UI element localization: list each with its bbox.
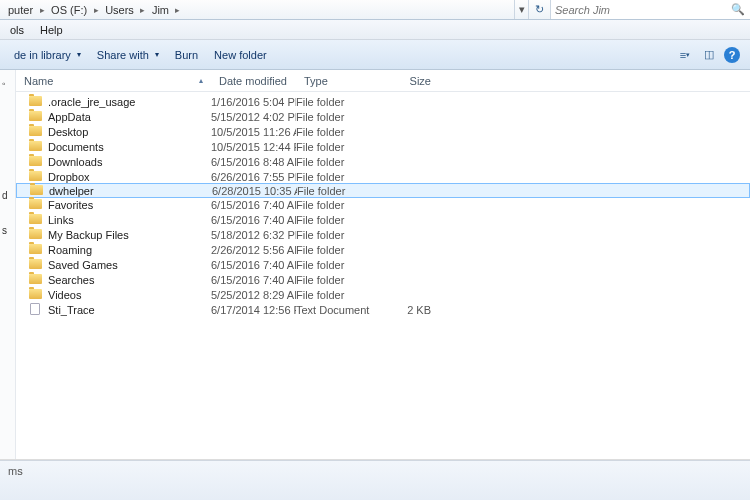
document-icon <box>30 303 40 315</box>
menu-help[interactable]: Help <box>32 22 71 38</box>
file-row[interactable]: Links6/15/2016 7:40 AMFile folder <box>16 212 750 227</box>
file-row[interactable]: Sti_Trace6/17/2014 12:56 PMText Document… <box>16 302 750 317</box>
share-with-button[interactable]: Share with <box>89 46 167 64</box>
chevron-right-icon[interactable]: ▸ <box>173 5 183 15</box>
file-date: 6/17/2014 12:56 PM <box>211 304 296 316</box>
file-date: 2/26/2012 5:56 AM <box>211 244 296 256</box>
file-type: File folder <box>296 214 381 226</box>
folder-icon <box>29 229 42 239</box>
toolbar: de in library Share with Burn New folder… <box>0 40 750 70</box>
breadcrumb[interactable]: puter ▸ OS (F:) ▸ Users ▸ Jim ▸ <box>0 0 514 19</box>
file-date: 6/15/2016 7:40 AM <box>211 199 296 211</box>
file-row[interactable]: dwhelper6/28/2015 10:35 A...File folder <box>16 183 750 198</box>
file-row[interactable]: AppData5/15/2012 4:02 PMFile folder <box>16 109 750 124</box>
refresh-button[interactable]: ↻ <box>528 0 550 19</box>
status-text: ms <box>8 465 23 477</box>
file-name: Sti_Trace <box>44 304 211 316</box>
file-name: My Backup Files <box>44 229 211 241</box>
file-type: File folder <box>296 171 381 183</box>
file-date: 10/5/2015 12:44 PM <box>211 141 296 153</box>
file-date: 6/26/2016 7:55 PM <box>211 171 296 183</box>
burn-button[interactable]: Burn <box>167 46 206 64</box>
view-options-button[interactable]: ≡▾ <box>676 46 694 64</box>
file-name: Saved Games <box>44 259 211 271</box>
file-size: 2 KB <box>381 304 441 316</box>
file-date: 5/15/2012 4:02 PM <box>211 111 296 123</box>
column-type[interactable]: Type <box>296 75 381 87</box>
file-row[interactable]: My Backup Files5/18/2012 6:32 PMFile fol… <box>16 227 750 242</box>
column-headers: Name▴ Date modified Type Size <box>16 70 750 92</box>
navigation-pane[interactable]: ◦ d s <box>0 70 16 459</box>
file-type: Text Document <box>296 304 381 316</box>
folder-icon <box>29 199 42 209</box>
file-name: .oracle_jre_usage <box>44 96 211 108</box>
file-type: File folder <box>296 199 381 211</box>
file-date: 6/15/2016 7:40 AM <box>211 259 296 271</box>
folder-icon <box>29 141 42 151</box>
file-list: Name▴ Date modified Type Size .oracle_jr… <box>16 70 750 459</box>
column-size[interactable]: Size <box>381 75 441 87</box>
file-row[interactable]: .oracle_jre_usage1/16/2016 5:04 PMFile f… <box>16 94 750 109</box>
file-date: 1/16/2016 5:04 PM <box>211 96 296 108</box>
file-type: File folder <box>296 289 381 301</box>
file-name: dwhelper <box>45 185 212 197</box>
folder-icon <box>29 171 42 181</box>
file-type: File folder <box>297 185 382 197</box>
file-type: File folder <box>296 274 381 286</box>
folder-icon <box>29 274 42 284</box>
menu-tools[interactable]: ols <box>2 22 32 38</box>
chevron-right-icon[interactable]: ▸ <box>91 5 101 15</box>
file-row[interactable]: Roaming2/26/2012 5:56 AMFile folder <box>16 242 750 257</box>
address-dropdown[interactable]: ▾ <box>514 0 528 19</box>
folder-icon <box>29 244 42 254</box>
file-type: File folder <box>296 259 381 271</box>
folder-icon <box>29 259 42 269</box>
preview-pane-button[interactable]: ◫ <box>700 46 718 64</box>
file-date: 6/15/2016 7:40 AM <box>211 274 296 286</box>
column-date[interactable]: Date modified <box>211 75 296 87</box>
new-folder-button[interactable]: New folder <box>206 46 275 64</box>
file-row[interactable]: Videos5/25/2012 8:29 AMFile folder <box>16 287 750 302</box>
folder-icon <box>29 289 42 299</box>
folder-icon <box>29 214 42 224</box>
file-type: File folder <box>296 141 381 153</box>
chevron-right-icon[interactable]: ▸ <box>138 5 148 15</box>
file-row[interactable]: Favorites6/15/2016 7:40 AMFile folder <box>16 197 750 212</box>
search-input[interactable] <box>555 4 730 16</box>
file-date: 5/25/2012 8:29 AM <box>211 289 296 301</box>
file-name: AppData <box>44 111 211 123</box>
crumb-jim[interactable]: Jim <box>148 4 173 16</box>
file-row[interactable]: Dropbox6/26/2016 7:55 PMFile folder <box>16 169 750 184</box>
folder-icon <box>30 185 43 195</box>
file-name: Favorites <box>44 199 211 211</box>
file-type: File folder <box>296 126 381 138</box>
file-name: Searches <box>44 274 211 286</box>
file-date: 6/15/2016 8:48 AM <box>211 156 296 168</box>
search-icon[interactable]: 🔍 <box>730 3 746 16</box>
file-name: Downloads <box>44 156 211 168</box>
file-type: File folder <box>296 96 381 108</box>
file-type: File folder <box>296 244 381 256</box>
folder-icon <box>29 156 42 166</box>
crumb-users[interactable]: Users <box>101 4 138 16</box>
file-row[interactable]: Saved Games6/15/2016 7:40 AMFile folder <box>16 257 750 272</box>
include-library-button[interactable]: de in library <box>6 46 89 64</box>
column-name[interactable]: Name▴ <box>16 75 211 87</box>
file-date: 10/5/2015 11:26 A... <box>211 126 296 138</box>
menu-bar: ols Help <box>0 20 750 40</box>
file-name: Dropbox <box>44 171 211 183</box>
file-row[interactable]: Searches6/15/2016 7:40 AMFile folder <box>16 272 750 287</box>
file-row[interactable]: Documents10/5/2015 12:44 PMFile folder <box>16 139 750 154</box>
file-row[interactable]: Desktop10/5/2015 11:26 A...File folder <box>16 124 750 139</box>
file-row[interactable]: Downloads6/15/2016 8:48 AMFile folder <box>16 154 750 169</box>
file-name: Roaming <box>44 244 211 256</box>
help-button[interactable]: ? <box>724 47 740 63</box>
preview-pane-icon: ◫ <box>704 48 714 61</box>
folder-icon <box>29 96 42 106</box>
address-bar: puter ▸ OS (F:) ▸ Users ▸ Jim ▸ ▾ ↻ 🔍 <box>0 0 750 20</box>
crumb-computer[interactable]: puter <box>4 4 37 16</box>
chevron-right-icon[interactable]: ▸ <box>37 5 47 15</box>
crumb-drive[interactable]: OS (F:) <box>47 4 91 16</box>
status-bar: ms <box>0 460 750 500</box>
file-date: 6/28/2015 10:35 A... <box>212 185 297 197</box>
